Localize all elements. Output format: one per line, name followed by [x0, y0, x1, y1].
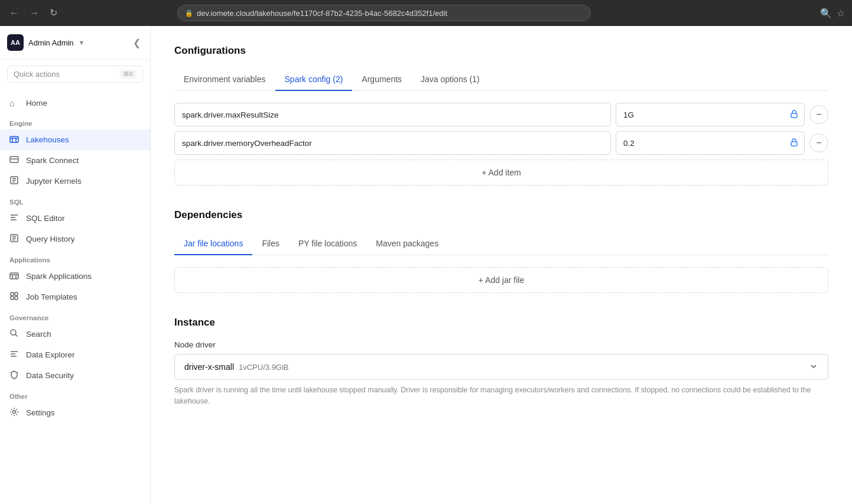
svg-rect-8: [15, 297, 18, 300]
remove-row-button[interactable]: −: [809, 105, 828, 124]
sidebar-item-settings[interactable]: Settings: [0, 402, 150, 423]
svg-rect-6: [15, 292, 18, 295]
sidebar-item-spark-applications[interactable]: Spark Applications: [0, 266, 150, 287]
sidebar-item-data-explorer[interactable]: Data Explorer: [0, 344, 150, 365]
bookmark-button[interactable]: ☆: [837, 8, 845, 19]
config-key-input[interactable]: [174, 103, 611, 126]
svg-rect-11: [791, 113, 797, 118]
config-tabs: Environment variables Spark config (2) A…: [174, 69, 828, 91]
config-key-input[interactable]: [174, 131, 611, 155]
tab-jar-locations[interactable]: Jar file locations: [174, 233, 252, 255]
sidebar-item-label: SQL Editor: [26, 214, 65, 223]
add-item-button[interactable]: + Add item: [174, 160, 828, 186]
quick-actions-label: Quick actions: [14, 70, 60, 79]
config-value-input[interactable]: [616, 103, 805, 126]
sidebar-item-label: Data Security: [26, 371, 74, 380]
job-templates-icon: [9, 291, 20, 303]
home-icon: ⌂: [9, 98, 20, 108]
add-jar-button[interactable]: + Add jar file: [174, 267, 828, 293]
back-button[interactable]: ←: [7, 6, 21, 20]
query-history-icon: [9, 233, 20, 245]
config-rows: − −: [174, 103, 828, 155]
sidebar-item-jupyter-kernels[interactable]: Jupyter Kernels: [0, 171, 150, 191]
sidebar-item-data-security[interactable]: Data Security: [0, 365, 150, 386]
quick-actions-button[interactable]: Quick actions ⌘K: [7, 66, 143, 83]
avatar: AA: [7, 34, 24, 51]
svg-point-9: [11, 330, 16, 335]
tab-spark-config[interactable]: Spark config (2): [275, 69, 353, 91]
node-driver-value: driver-x-small: [184, 362, 234, 372]
user-menu[interactable]: AA Admin Admin ▼: [7, 34, 84, 51]
sidebar-item-query-history[interactable]: Query History: [0, 229, 150, 249]
tab-py-locations[interactable]: PY file locations: [289, 233, 366, 255]
svg-rect-12: [791, 142, 797, 146]
config-row: −: [174, 103, 828, 126]
tab-label: Spark config (2): [285, 74, 343, 84]
sql-editor-icon: [9, 213, 20, 224]
url-bar[interactable]: 🔒 dev.iomete.cloud/lakehouse/fe1170cf-87…: [177, 5, 591, 21]
dep-tabs: Jar file locations Files PY file locatio…: [174, 233, 828, 255]
tab-env-vars[interactable]: Environment variables: [174, 69, 275, 91]
sidebar-item-label: Query History: [26, 235, 75, 243]
section-label-applications: Applications: [0, 249, 150, 266]
section-label-sql: SQL: [0, 191, 150, 208]
tab-maven-packages[interactable]: Maven packages: [366, 233, 448, 255]
tab-label: Environment variables: [184, 74, 266, 84]
quick-actions-shortcut: ⌘K: [120, 70, 136, 79]
config-value-input[interactable]: [616, 131, 805, 155]
remove-row-button[interactable]: −: [809, 134, 828, 152]
sidebar-nav: ⌂ Home Engine Lakehouses: [0, 89, 150, 504]
forward-button[interactable]: →: [27, 6, 41, 20]
chevron-down-icon: [809, 362, 818, 373]
tab-count: (1): [470, 74, 480, 84]
sidebar: AA Admin Admin ▼ ❮ Quick actions ⌘K ⌂ Ho…: [0, 26, 151, 504]
svg-point-10: [13, 411, 16, 414]
section-label-other: Other: [0, 386, 150, 402]
zoom-button[interactable]: 🔍: [820, 8, 832, 19]
tab-label: Jar file locations: [184, 239, 243, 248]
node-driver-detail: 1vCPU/3.9GiB: [239, 363, 289, 372]
lock-icon: [789, 109, 799, 121]
user-name: Admin Admin: [28, 38, 74, 47]
add-item-label: + Add item: [482, 168, 521, 177]
sidebar-item-search[interactable]: Search: [0, 324, 150, 344]
sidebar-item-spark-connect[interactable]: Spark Connect: [0, 150, 150, 171]
spark-applications-icon: [9, 271, 20, 282]
instance-title: Instance: [174, 317, 828, 329]
svg-rect-0: [10, 136, 18, 142]
sidebar-item-sql-editor[interactable]: SQL Editor: [0, 208, 150, 229]
tab-label: Arguments: [362, 74, 402, 84]
secure-icon: 🔒: [185, 9, 193, 17]
tab-java-options[interactable]: Java options (1): [411, 69, 489, 91]
sidebar-item-label: Lakehouses: [26, 135, 69, 144]
tab-files[interactable]: Files: [252, 233, 289, 255]
dependencies-title: Dependencies: [174, 209, 828, 221]
sidebar-item-lakehouses[interactable]: Lakehouses: [0, 129, 150, 150]
sidebar-item-label: Search: [26, 330, 51, 339]
node-driver-select[interactable]: driver-x-small 1vCPU/3.9GiB: [174, 354, 828, 380]
svg-rect-1: [10, 157, 18, 162]
main-content: Configurations Environment variables Spa…: [151, 26, 852, 504]
tab-label: Maven packages: [376, 239, 438, 248]
tab-arguments[interactable]: Arguments: [352, 69, 411, 91]
lock-icon: [789, 138, 799, 149]
tab-label: PY file locations: [298, 239, 357, 248]
tab-count: (2): [333, 74, 343, 84]
lakehouses-icon: [9, 134, 20, 145]
search-icon: [9, 329, 20, 340]
browser-chrome: ← → ↻ 🔒 dev.iomete.cloud/lakehouse/fe117…: [0, 0, 852, 26]
sidebar-item-job-templates[interactable]: Job Templates: [0, 287, 150, 307]
data-explorer-icon: [9, 349, 20, 360]
sidebar-item-label: Home: [26, 99, 47, 108]
configurations-title: Configurations: [174, 45, 828, 57]
node-driver-help-text: Spark driver is running all the time unt…: [174, 385, 828, 407]
sidebar-item-label: Settings: [26, 408, 55, 417]
sidebar-item-label: Spark Applications: [26, 272, 92, 281]
collapse-sidebar-button[interactable]: ❮: [131, 35, 143, 51]
chevron-down-icon: ▼: [79, 39, 85, 46]
sidebar-item-home[interactable]: ⌂ Home: [0, 93, 150, 113]
section-label-governance: Governance: [0, 307, 150, 324]
sidebar-item-label: Jupyter Kernels: [26, 177, 82, 186]
settings-icon: [9, 407, 20, 418]
refresh-button[interactable]: ↻: [47, 6, 60, 20]
